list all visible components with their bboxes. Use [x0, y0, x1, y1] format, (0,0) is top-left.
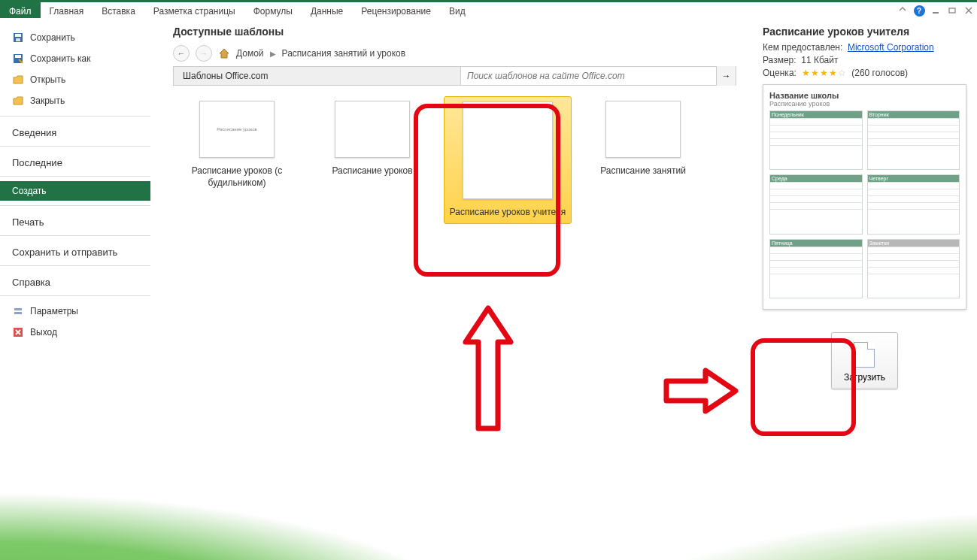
sidebar-label: Закрыть	[30, 95, 65, 106]
template-thumb	[605, 101, 681, 158]
close-folder-icon	[12, 95, 24, 107]
preview-pane: Расписание уроков учителя Кем предоставл…	[751, 18, 977, 560]
exit-icon	[12, 326, 24, 338]
officecom-bar: Шаблоны Office.com →	[173, 66, 736, 86]
ribbon-tab-file[interactable]: Файл	[0, 2, 41, 18]
sidebar-options[interactable]: Параметры	[0, 301, 150, 322]
template-grid: Расписание уроков Расписание уроков (с б…	[173, 96, 736, 224]
chevron-right-icon: ▶	[270, 50, 276, 58]
sidebar-open[interactable]: Открыть	[0, 69, 150, 90]
svg-rect-7	[14, 308, 22, 310]
sidebar-help[interactable]: Справка	[0, 271, 150, 291]
window-minimize-icon[interactable]	[929, 4, 942, 17]
rating-stars-icon: ★★★★☆	[802, 68, 847, 78]
ribbon-tab-view[interactable]: Вид	[440, 2, 475, 18]
open-icon	[12, 74, 24, 86]
preview-provider-link[interactable]: Microsoft Corporation	[848, 42, 934, 53]
sidebar-label: Сохранить как	[30, 53, 90, 64]
backstage-sidebar: Сохранить Сохранить как Открыть Закрыть …	[0, 18, 150, 560]
sidebar-save[interactable]: Сохранить	[0, 27, 150, 48]
sidebar-label: Открыть	[30, 74, 65, 85]
template-label: Расписание занятий	[581, 165, 705, 177]
svg-rect-3	[15, 34, 21, 37]
window-close-icon[interactable]	[962, 4, 975, 17]
sidebar-save-send[interactable]: Сохранить и отправить	[0, 241, 150, 261]
svg-rect-0	[933, 12, 939, 14]
download-label: Загрузить	[844, 372, 885, 383]
template-label: Расписание уроков (с будильником)	[174, 165, 299, 189]
ribbon-tab-pagelayout[interactable]: Разметка страницы	[144, 2, 244, 18]
template-thumb: Расписание уроков	[199, 101, 275, 158]
preview-rating: Оценка: ★★★★☆ (260 голосов)	[763, 68, 966, 78]
sidebar-label: Сохранить	[30, 32, 75, 43]
svg-rect-4	[16, 38, 20, 41]
breadcrumb-home[interactable]: Домой	[236, 48, 264, 59]
sidebar-close[interactable]: Закрыть	[0, 90, 150, 111]
ribbon: Файл Главная Вставка Разметка страницы Ф…	[0, 0, 977, 18]
template-search[interactable]	[460, 67, 716, 85]
template-thumb	[335, 101, 410, 158]
nav-back-button[interactable]: ←	[173, 45, 190, 62]
svg-rect-1	[949, 8, 955, 13]
breadcrumb: ← → Домой ▶ Расписания занятий и уроков	[173, 45, 736, 62]
sidebar-info[interactable]: Сведения	[0, 121, 150, 141]
sidebar-exit[interactable]: Выход	[0, 322, 150, 343]
area-title: Доступные шаблоны	[173, 26, 736, 38]
save-icon	[12, 32, 24, 44]
ribbon-tab-review[interactable]: Рецензирование	[352, 2, 440, 18]
preview-large-thumb: Название школы Расписание уроков Понедел…	[763, 84, 966, 310]
template-item[interactable]: Расписание уроков Расписание уроков (с б…	[173, 96, 301, 224]
template-label: Расписание уроков учителя	[446, 207, 569, 219]
template-search-input[interactable]	[467, 71, 710, 81]
preview-title: Расписание уроков учителя	[763, 26, 966, 38]
document-icon	[854, 342, 875, 368]
templates-area: Доступные шаблоны ← → Домой ▶ Расписания…	[150, 18, 751, 560]
search-go-button[interactable]: →	[716, 66, 736, 86]
window-restore-icon[interactable]	[945, 4, 959, 17]
ribbon-tab-insert[interactable]: Вставка	[93, 2, 144, 18]
sidebar-new[interactable]: Создать	[0, 181, 150, 201]
home-icon[interactable]	[218, 47, 230, 59]
sidebar-saveas[interactable]: Сохранить как	[0, 48, 150, 69]
sidebar-label: Параметры	[30, 306, 78, 316]
template-item[interactable]: Расписание уроков	[308, 96, 436, 224]
preview-provided-by: Кем предоставлен: Microsoft Corporation	[763, 42, 966, 53]
sidebar-recent[interactable]: Последние	[0, 151, 150, 171]
ribbon-minimize-icon[interactable]	[896, 4, 909, 17]
download-button[interactable]: Загрузить	[831, 332, 898, 389]
options-icon	[12, 305, 24, 317]
svg-rect-6	[15, 55, 21, 58]
template-thumb	[463, 101, 553, 199]
saveas-icon	[12, 53, 24, 65]
template-item-selected[interactable]: Расписание уроков учителя	[444, 96, 572, 224]
ribbon-tab-home[interactable]: Главная	[41, 2, 93, 18]
template-item[interactable]: Расписание занятий	[579, 96, 707, 224]
preview-size: Размер: 11 Кбайт	[763, 55, 966, 65]
template-label: Расписание уроков	[310, 165, 435, 177]
sidebar-label: Выход	[30, 327, 57, 338]
svg-rect-8	[14, 312, 22, 314]
sidebar-print[interactable]: Печать	[0, 210, 150, 231]
help-icon[interactable]: ?	[912, 4, 926, 17]
ribbon-tab-data[interactable]: Данные	[302, 2, 352, 18]
nav-forward-button[interactable]: →	[196, 45, 212, 62]
ribbon-tab-formulas[interactable]: Формулы	[244, 2, 302, 18]
breadcrumb-current: Расписания занятий и уроков	[282, 48, 406, 59]
officecom-label: Шаблоны Office.com	[174, 71, 278, 81]
